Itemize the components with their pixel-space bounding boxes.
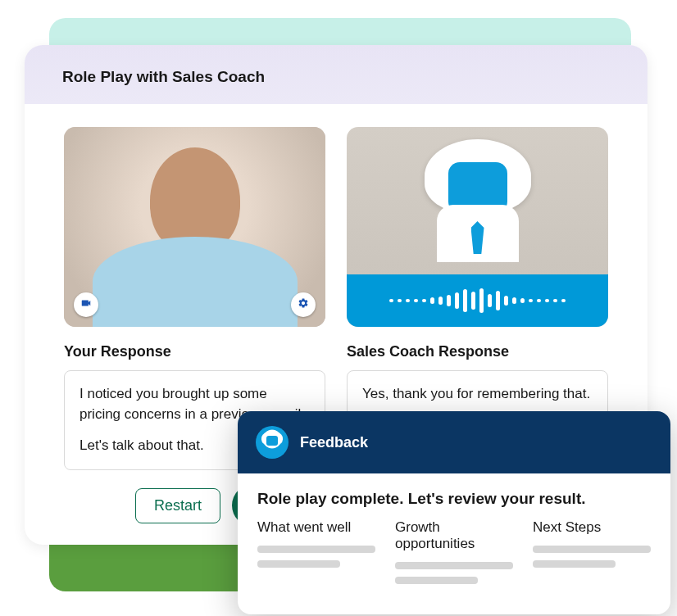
skeleton-line (395, 577, 478, 584)
user-video-tile (64, 127, 325, 327)
video-settings-button[interactable] (291, 292, 316, 317)
camera-toggle-button[interactable] (74, 292, 98, 317)
einstein-avatar (420, 139, 535, 262)
skeleton-line (257, 560, 340, 568)
waveform-icon (389, 288, 566, 313)
feedback-col-what-went-well: What went well (257, 519, 375, 591)
feedback-col-growth: Growth opportunities (395, 519, 513, 591)
user-response-heading: Your Response (64, 343, 325, 360)
page-title: Role Play with Sales Coach (62, 68, 610, 86)
feedback-col-next-steps: Next Steps (533, 519, 651, 591)
skeleton-line (257, 546, 375, 553)
feedback-col-title: Next Steps (533, 519, 651, 536)
audio-waveform-bar (347, 274, 608, 327)
card-header: Role Play with Sales Coach (25, 45, 647, 104)
skeleton-line (533, 546, 651, 553)
feedback-col-title: Growth opportunities (395, 519, 513, 552)
coach-response-text: Yes, thank you for remembering that. (362, 384, 593, 405)
feedback-panel-title: Feedback (300, 434, 368, 451)
feedback-header: Feedback (238, 411, 670, 473)
feedback-columns: What went well Growth opportunities Next… (257, 519, 651, 591)
camera-icon (80, 297, 92, 312)
coach-avatar-area (347, 127, 608, 274)
feedback-col-title: What went well (257, 519, 375, 536)
user-avatar-image (64, 127, 325, 327)
skeleton-line (395, 562, 513, 569)
coach-response-heading: Sales Coach Response (347, 343, 608, 360)
einstein-avatar-small (256, 426, 289, 459)
skeleton-line (533, 560, 616, 568)
coach-video-tile (347, 127, 608, 327)
restart-button[interactable]: Restart (135, 488, 220, 523)
gear-icon (298, 297, 309, 312)
feedback-lead-text: Role play complete. Let's review your re… (257, 490, 651, 508)
feedback-body: Role play complete. Let's review your re… (238, 473, 670, 614)
feedback-panel: Feedback Role play complete. Let's revie… (238, 411, 670, 614)
